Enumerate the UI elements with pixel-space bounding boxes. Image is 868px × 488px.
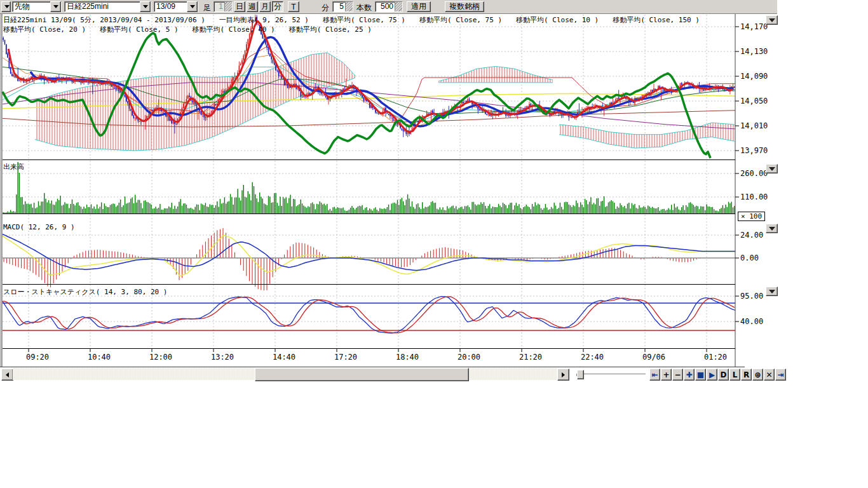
- chevron-down-icon: [769, 167, 775, 171]
- axis-tick-label: 24.00: [740, 231, 763, 240]
- legend-item: 移動平均( Close, 20 ): [3, 25, 86, 34]
- horizontal-scrollbar-thumb[interactable]: [255, 368, 469, 381]
- time-tick-label: 12:00: [145, 353, 177, 362]
- stoch-pane-label: スロー・ストキャスティクス( 14, 3, 80, 20 ): [3, 287, 167, 297]
- macd-pane-expander-button[interactable]: [766, 224, 778, 233]
- chart-control-button-zoom-out[interactable]: −: [672, 369, 683, 381]
- chevron-down-icon: [769, 290, 775, 294]
- chart-control-button-bar: ⇤+−✚■▶DLR⊕✕⇥: [649, 369, 787, 381]
- chart-application-window: { "toolbar": { "mini_combo_icon": "dropd…: [0, 0, 868, 488]
- axis-tick-label: 14,050: [740, 97, 768, 105]
- zoom-slider[interactable]: [575, 369, 646, 379]
- chart-control-button-magnify[interactable]: ⊕: [752, 369, 763, 381]
- legend-item: 移動平均( Close, 25 ): [289, 25, 372, 34]
- chart-control-button-d-mode[interactable]: D: [718, 369, 729, 381]
- time-tick-label: 18:40: [391, 353, 423, 362]
- slider-thumb[interactable]: [577, 370, 584, 379]
- arrow-right-icon: [562, 372, 565, 377]
- time-tick-label: 09/06: [638, 353, 670, 362]
- axis-tick-label: 110.00: [740, 193, 768, 201]
- legend-item: 移動平均( Close, 75 ): [419, 16, 502, 24]
- legend-item: 移動平均( Close, 5 ): [100, 25, 178, 34]
- chart-control-button-step-right[interactable]: ⇥: [775, 369, 786, 381]
- volume-pane-label: 出来高: [3, 162, 24, 172]
- chart-control-button-step-left[interactable]: ⇤: [649, 369, 660, 381]
- volume-pane-expander-button[interactable]: [766, 164, 778, 173]
- time-tick-label: 17:20: [330, 353, 362, 362]
- stoch-pane-expander-button[interactable]: [766, 287, 778, 296]
- legend-item: 移動平均( Close, 10 ): [516, 16, 599, 24]
- axis-tick-label: 14,090: [740, 72, 768, 81]
- time-tick-label: 01:20: [700, 353, 731, 362]
- axis-tick-label: 40.00: [740, 317, 763, 326]
- legend-item: 移動平均( Close, 40 ): [193, 25, 275, 34]
- legend-item: 日経225mini 13/09( 5分, 2013/09/04 - 2013/0…: [3, 16, 205, 24]
- arrow-left-icon: [6, 372, 9, 377]
- price-pane-expander-button[interactable]: [766, 15, 778, 25]
- chart-control-button-stop[interactable]: ■: [695, 369, 706, 381]
- chart-control-button-play[interactable]: ▶: [707, 369, 717, 381]
- axis-tick-label: 14,130: [740, 47, 768, 56]
- time-tick-label: 14:40: [268, 353, 300, 362]
- axis-tick-label: 14,010: [740, 121, 768, 130]
- chart-plot-area: [0, 0, 868, 381]
- scroll-right-button[interactable]: [557, 369, 569, 381]
- indicator-legend-row-1: 日経225mini 13/09( 5分, 2013/09/04 - 2013/0…: [3, 15, 714, 25]
- chart-control-button-zoom-in[interactable]: +: [661, 369, 672, 381]
- axis-tick-label: 260.00: [740, 169, 768, 178]
- axis-tick-label: 95.00: [740, 292, 763, 301]
- chevron-down-icon: [769, 18, 775, 22]
- legend-item: 移動平均( Close, 75 ): [323, 16, 405, 24]
- indicator-legend-row-2: 移動平均( Close, 20 )移動平均( Close, 5 )移動平均( C…: [3, 25, 386, 34]
- axis-tick-label: 14,170: [740, 22, 768, 31]
- scroll-left-button[interactable]: [1, 369, 13, 381]
- legend-item: 移動平均( Close, 150 ): [613, 16, 700, 24]
- time-tick-label: 10:40: [83, 353, 115, 362]
- axis-tick-label: 13,970: [740, 146, 768, 155]
- chart-control-button-close[interactable]: ✕: [764, 369, 775, 381]
- chart-control-button-pan[interactable]: ✚: [684, 369, 695, 381]
- time-tick-label: 20:00: [453, 353, 485, 362]
- macd-pane-label: MACD( 12, 26, 9 ): [3, 223, 75, 231]
- legend-item: 一目均衡表( 9, 26, 52 ): [219, 16, 309, 24]
- axis-tick-label: 0.00: [740, 254, 759, 262]
- time-tick-label: 13:20: [207, 353, 238, 362]
- time-tick-label: 09:20: [22, 353, 53, 362]
- volume-multiplier-badge: × 100: [738, 212, 765, 221]
- slider-groove: [576, 374, 646, 376]
- chart-control-button-r-mode[interactable]: R: [741, 369, 752, 381]
- chart-control-button-l-mode[interactable]: L: [729, 369, 740, 381]
- chevron-down-icon: [769, 227, 775, 231]
- time-tick-label: 21:20: [515, 353, 546, 362]
- time-tick-label: 22:40: [576, 353, 608, 362]
